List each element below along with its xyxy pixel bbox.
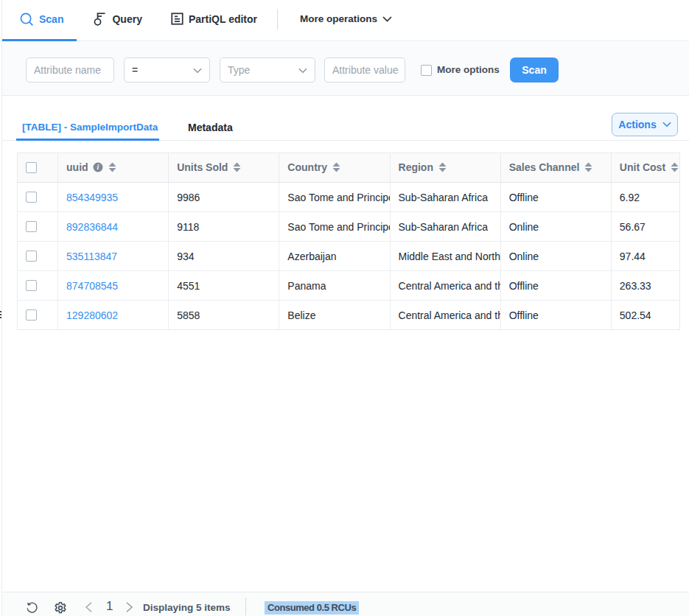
svg-text:i: i xyxy=(97,163,99,171)
